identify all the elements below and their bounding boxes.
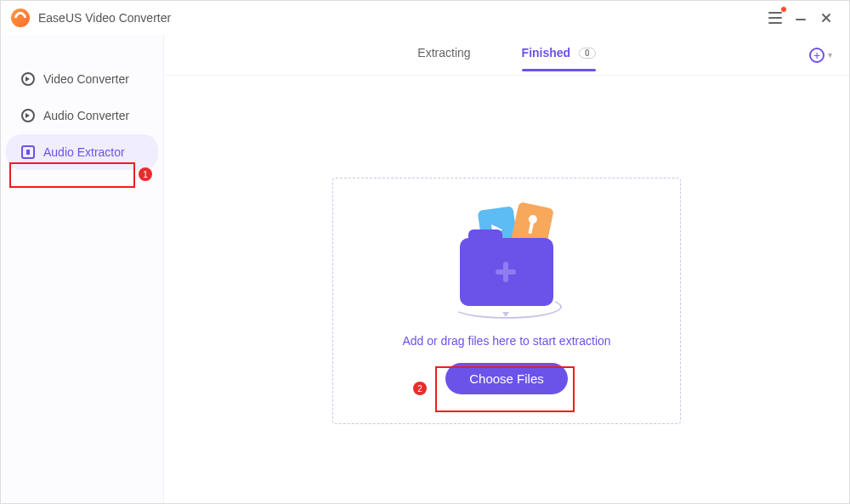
annotation-badge-1: 1 <box>139 167 152 181</box>
video-converter-icon <box>21 72 35 86</box>
finished-count-badge: 0 <box>579 48 596 59</box>
audio-extractor-icon <box>21 145 35 159</box>
sidebar-item-label: Audio Extractor <box>43 145 125 159</box>
sidebar: Video Converter Audio Converter Audio Ex… <box>1 35 164 504</box>
app-title: EaseUS Video Converter <box>38 11 171 25</box>
close-button[interactable] <box>813 5 839 31</box>
tab-bar: Extracting Finished 0 + ▾ <box>164 35 849 76</box>
main-panel: Extracting Finished 0 + ▾ Add or drag fi… <box>164 35 849 504</box>
add-files-button[interactable]: + ▾ <box>809 48 832 63</box>
minimize-button[interactable] <box>788 5 813 31</box>
plus-icon: + <box>809 48 824 63</box>
sidebar-item-label: Audio Converter <box>43 109 129 122</box>
app-logo-icon <box>11 8 30 27</box>
annotation-badge-2: 2 <box>413 382 427 395</box>
menu-icon[interactable] <box>762 5 788 31</box>
folder-illustration-icon <box>443 208 570 319</box>
tab-label: Extracting <box>417 46 470 59</box>
tab-extracting[interactable]: Extracting <box>417 46 470 65</box>
annotation-box-2 <box>435 366 575 412</box>
sidebar-item-video-converter[interactable]: Video Converter <box>6 61 158 97</box>
chevron-down-icon: ▾ <box>828 50 832 59</box>
sidebar-item-audio-converter[interactable]: Audio Converter <box>6 98 158 133</box>
tab-finished[interactable]: Finished 0 <box>522 46 596 65</box>
audio-converter-icon <box>21 109 35 122</box>
titlebar: EaseUS Video Converter <box>1 1 849 35</box>
dropzone-prompt: Add or drag files here to start extracti… <box>402 334 610 348</box>
sidebar-item-label: Video Converter <box>43 72 129 86</box>
tab-label: Finished <box>522 46 571 59</box>
annotation-box-1 <box>9 162 135 188</box>
